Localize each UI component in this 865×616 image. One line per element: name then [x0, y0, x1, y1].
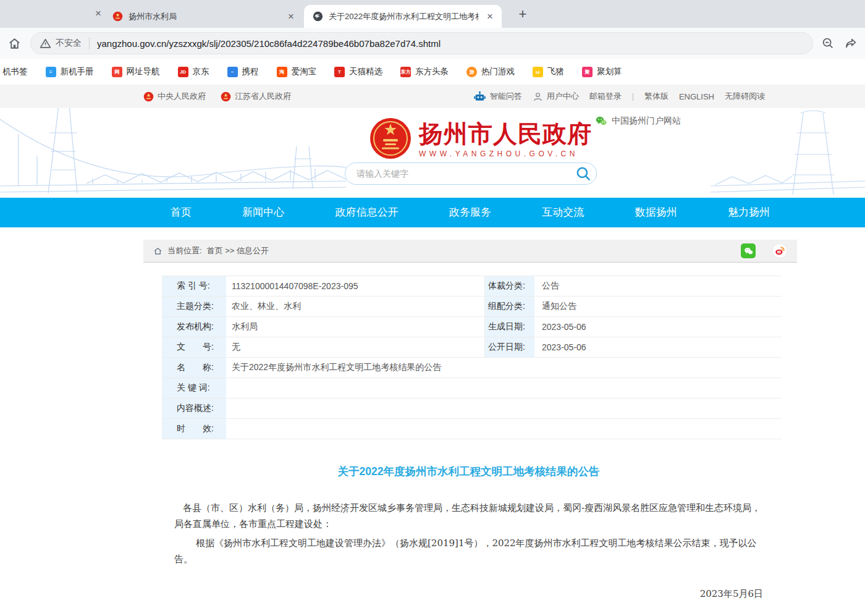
site-url: WWW.YANGZHOU.GOV.CN	[419, 150, 592, 158]
address-divider	[89, 37, 90, 49]
portal-link[interactable]: 中国扬州门户网站	[595, 115, 681, 127]
tab-announcement-active[interactable]: 关于2022年度扬州市水利工程文明工地考核结果的公告 ×	[304, 5, 502, 28]
link-jiangsu-gov[interactable]: 江苏省人民政府	[221, 91, 291, 102]
breadcrumb-bar: 当前位置: 首页 >> 信息公开	[143, 240, 797, 263]
juhuasuan-icon: 聚	[582, 67, 593, 77]
gov-emblem-icon	[143, 91, 154, 102]
nav-item-info-disclosure[interactable]: 政府信息公开	[335, 198, 399, 227]
close-tab-icon[interactable]: ×	[285, 11, 297, 22]
tab-water-bureau[interactable]: 扬州市水利局 ×	[104, 5, 303, 28]
gov-topbar: 中央人民政府 江苏省人民政府 智能问答 用户中心 邮箱登录 | 繁体版	[0, 85, 865, 108]
new-tab-button[interactable]: +	[514, 6, 531, 23]
gov-emblem-favicon	[112, 11, 123, 22]
page-content: 当前位置: 首页 >> 信息公开 索 引 号: 1132100001440709…	[143, 240, 797, 616]
link-smart-qa[interactable]: 智能问答	[473, 90, 522, 103]
bookmark-taobao[interactable]: 淘 爱淘宝	[277, 66, 317, 77]
gov-emblem-icon	[221, 91, 231, 102]
bookmark-tmall[interactable]: T 天猫精选	[334, 66, 382, 77]
meta-label: 名 称:	[162, 358, 227, 378]
meta-label: 公开日期:	[485, 337, 534, 357]
wechat-icon	[595, 115, 607, 127]
site-favicon	[313, 11, 323, 22]
masthead: 扬州市人民政府 WWW.YANGZHOU.GOV.CN 中国扬州门户网站	[0, 108, 865, 198]
topbar-divider: |	[632, 92, 634, 101]
security-warning-icon	[40, 38, 51, 49]
bookmark-fliggy[interactable]: ω 飞猪	[533, 66, 564, 77]
meta-label: 发布机构:	[162, 317, 227, 337]
link-central-gov[interactable]: 中央人民政府	[143, 91, 206, 102]
bookmark-ctrip[interactable]: ~ 携程	[227, 66, 259, 77]
browser-toolbar: 不安全 yangzhou.gov.cn/yzszxxgk/slj/202305/…	[0, 28, 865, 59]
link-accessibility[interactable]: 无障碍阅读	[725, 91, 765, 102]
games-icon: 游	[466, 67, 477, 77]
link-traditional[interactable]: 繁体版	[644, 91, 669, 102]
search-input[interactable]	[357, 169, 575, 179]
site-name: 扬州市人民政府	[419, 120, 592, 148]
link-english[interactable]: ENGLISH	[679, 92, 714, 101]
close-tab-icon[interactable]: ×	[484, 11, 496, 22]
document-meta-table: 索 引 号: 11321000014407098E-2023-095 体裁分类:…	[162, 276, 782, 439]
nav-item-interaction[interactable]: 互动交流	[542, 198, 584, 227]
nav-item-data[interactable]: 数据扬州	[635, 198, 677, 227]
fliggy-pig-icon: ω	[533, 67, 543, 77]
meta-value	[227, 399, 782, 418]
close-tab-icon[interactable]: ×	[93, 8, 104, 19]
breadcrumb-prefix: 当前位置:	[167, 245, 202, 256]
share-weibo-button[interactable]	[772, 243, 787, 258]
meta-value	[227, 378, 782, 398]
meta-value: 11321000014407098E-2023-095	[227, 276, 485, 296]
search-icon[interactable]	[575, 166, 591, 182]
meta-label: 文 号:	[162, 337, 227, 357]
zoom-out-icon[interactable]	[821, 36, 836, 51]
share-icon[interactable]	[844, 36, 859, 51]
meta-label: 索 引 号:	[162, 276, 227, 296]
bookmark-nav-site[interactable]: 网 网址导航	[112, 66, 160, 77]
table-row: 内容概述:	[162, 399, 782, 419]
article-date: 2023年5月6日	[174, 588, 763, 600]
meta-value: 关于2022年度扬州市水利工程文明工地考核结果的公告	[227, 358, 782, 378]
table-row: 主题分类: 农业、林业、水利 组配分类: 通知公告	[162, 297, 782, 317]
home-icon[interactable]	[7, 36, 22, 51]
user-icon	[533, 91, 543, 102]
link-mail-login[interactable]: 邮箱登录	[589, 91, 622, 102]
manual-icon: ≡	[46, 67, 56, 77]
meta-label: 内容概述:	[162, 399, 227, 418]
share-wechat-button[interactable]	[741, 243, 756, 258]
tab-strip: × 扬州市水利局 × 关于2022年度扬州市水利工程文明工地考核结果的公告 × …	[0, 0, 865, 28]
table-row: 名 称: 关于2022年度扬州市水利工程文明工地考核结果的公告	[162, 358, 782, 378]
table-row: 时 效:	[162, 419, 782, 439]
link-user-center[interactable]: 用户中心	[533, 91, 579, 102]
bookmark-juhuasuan[interactable]: 聚 聚划算	[582, 66, 622, 77]
address-bar[interactable]: 不安全 yangzhou.gov.cn/yzszxxgk/slj/202305/…	[30, 32, 813, 54]
nav-item-news[interactable]: 新闻中心	[242, 198, 284, 227]
meta-label: 时 效:	[162, 419, 227, 439]
meta-value: 2023-05-06	[534, 317, 782, 337]
nav-item-home[interactable]: 首页	[171, 198, 192, 227]
site-logo[interactable]: 扬州市人民政府 WWW.YANGZHOU.GOV.CN	[369, 116, 592, 162]
eastday-icon: 东方	[400, 67, 411, 77]
ctrip-dolphin-icon: ~	[227, 67, 238, 77]
taobao-icon: 淘	[277, 67, 287, 77]
meta-label: 生成日期:	[485, 317, 534, 337]
bookmark-eastday[interactable]: 东方 东方头条	[400, 66, 449, 77]
bookmark-jd[interactable]: JD 京东	[178, 66, 209, 77]
national-emblem-icon	[369, 116, 412, 162]
meta-label: 组配分类:	[485, 297, 534, 316]
bookmark-games[interactable]: 游 热门游戏	[466, 66, 515, 77]
breadcrumb-path[interactable]: 首页 >> 信息公开	[207, 245, 269, 256]
breadcrumb-home-icon	[153, 247, 162, 256]
article-paragraph: 各县（市、区）水利（务）局，扬州经济开发区城乡事务管理局，生态科技新城规划建设局…	[174, 500, 763, 532]
robot-icon	[473, 90, 486, 103]
meta-value: 无	[227, 337, 485, 357]
bookmark-phone[interactable]: 机书签	[2, 66, 28, 77]
tab-title: 关于2022年度扬州市水利工程文明工地考核结果的公告	[329, 11, 479, 22]
table-row: 发布机构: 水利局 生成日期: 2023-05-06	[162, 317, 782, 337]
nav-item-services[interactable]: 政务服务	[449, 198, 491, 227]
tmall-icon: T	[334, 67, 345, 77]
nav-item-charm[interactable]: 魅力扬州	[728, 198, 770, 227]
meta-value: 水利局	[227, 317, 485, 337]
url-text[interactable]: yangzhou.gov.cn/yzszxxgk/slj/202305/210c…	[97, 38, 441, 49]
meta-label: 体裁分类:	[485, 276, 534, 296]
meta-label: 主题分类:	[162, 297, 227, 316]
bookmark-manual[interactable]: ≡ 新机手册	[46, 66, 94, 77]
